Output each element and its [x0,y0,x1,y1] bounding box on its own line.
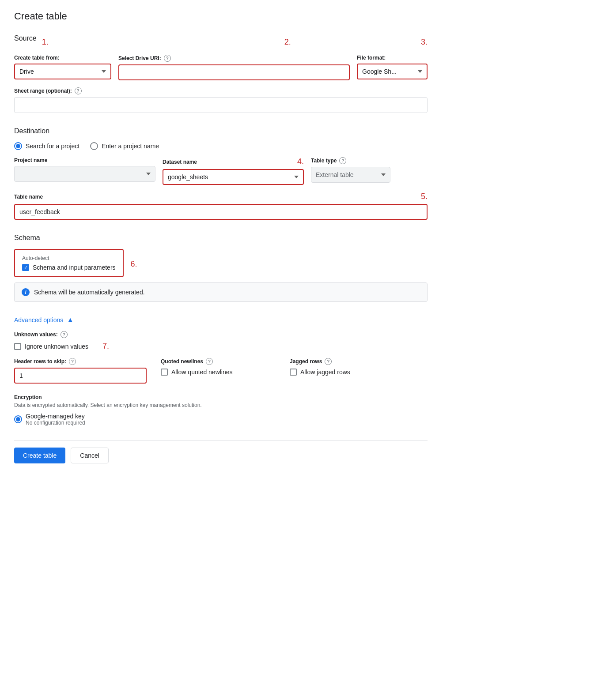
auto-detect-label: Auto-detect [22,255,116,261]
unknown-values-section: Unknown values: ? Ignore unknown values … [14,331,428,351]
file-format-text: File format: [357,55,386,61]
table-name-input[interactable] [14,204,428,220]
step2-label: 2. [284,38,291,47]
schema-checkbox[interactable]: ✓ [22,264,29,271]
table-name-row: Table name 5. [14,192,428,220]
drive-uri-input[interactable] [118,64,350,80]
source-row: Create table from: Drive Select Drive UR… [14,55,428,80]
drive-uri-col: Select Drive URI: ? [118,55,350,80]
dataset-name-text: Dataset name [163,159,197,165]
jagged-rows-help-icon[interactable]: ? [325,358,332,365]
checkmark-icon: ✓ [24,265,28,270]
info-icon: i [22,288,30,296]
radio-enter-label: Enter a project name [102,143,159,150]
advanced-options-toggle[interactable]: Advanced options ▲ [14,316,428,324]
project-name-select[interactable] [14,166,155,182]
source-section-title: Source [14,34,37,42]
table-type-help-icon[interactable]: ? [339,157,346,164]
jagged-rows-checkbox[interactable] [290,369,297,376]
encryption-description: Data is encrypted automatically. Select … [14,402,428,408]
header-rows-text: Header rows to skip: [14,358,66,365]
sheet-range-help-icon[interactable]: ? [75,87,82,94]
sheet-range-label: Sheet range (optional): ? [14,87,428,94]
jagged-rows-col: Jagged rows ? Allow jagged rows [290,358,428,376]
radio-enter-circle [90,142,98,150]
table-type-select[interactable]: External table [311,167,390,183]
unknown-values-checkbox-label: Ignore unknown values [25,343,88,350]
jagged-rows-checkbox-row[interactable]: Allow jagged rows [290,369,428,376]
drive-uri-help-icon[interactable]: ? [164,55,171,62]
header-rows-input[interactable] [14,368,147,384]
encryption-option-text: Google-managed key No configuration requ… [26,413,85,426]
header-rows-label: Header rows to skip: ? [14,358,76,365]
destination-radio-group: Search for a project Enter a project nam… [14,142,428,150]
encryption-radio-option[interactable]: Google-managed key No configuration requ… [14,413,428,426]
schema-section: Schema Auto-detect ✓ Schema and input pa… [14,234,428,302]
encryption-option-label: Google-managed key [26,413,85,420]
create-table-from-select[interactable]: Drive [14,64,111,79]
encryption-option-sub: No configuration required [26,420,85,426]
jagged-rows-label: Jagged rows ? [290,358,428,365]
quoted-newlines-checkbox[interactable] [161,369,168,376]
schema-info-text: Schema will be automatically generated. [34,289,145,296]
jagged-rows-text: Jagged rows [290,358,322,365]
drive-uri-label: Select Drive URI: ? [118,55,350,62]
step3-label: 3. [421,38,428,47]
header-rows-help-icon[interactable]: ? [69,358,76,365]
dataset-name-select[interactable]: google_sheets [163,169,304,185]
encryption-section: Encryption Data is encrypted automatical… [14,394,428,426]
project-name-text: Project name [14,157,47,163]
schema-checkbox-label: Schema and input parameters [33,264,116,271]
quoted-newlines-label: Quoted newlines ? [161,358,276,365]
quoted-newlines-help-icon[interactable]: ? [206,358,213,365]
dataset-name-label: Dataset name [163,159,197,165]
destination-section: Destination Search for a project Enter a… [14,127,428,220]
project-name-col: Project name [14,157,155,182]
radio-search-label: Search for a project [26,143,79,150]
step4-label: 4. [297,157,304,166]
step5-label: 5. [421,192,428,201]
step1-label: 1. [42,38,49,47]
dataset-name-col: Dataset name 4. google_sheets [163,157,304,185]
project-name-label: Project name [14,157,155,163]
step6-label: 6. [131,260,137,269]
unknown-values-text: Unknown values: [14,331,58,338]
unknown-values-label: Unknown values: ? [14,331,428,338]
cancel-button[interactable]: Cancel [71,448,109,463]
header-rows-col: Header rows to skip: ? [14,358,147,384]
create-table-button[interactable]: Create table [14,448,65,463]
jagged-rows-checkbox-label: Allow jagged rows [300,369,350,376]
unknown-values-help-icon[interactable]: ? [61,331,68,338]
button-row: Create table Cancel [14,440,428,463]
table-type-label: Table type ? [311,157,390,164]
chevron-up-icon: ▲ [67,316,74,324]
schema-section-title: Schema [14,234,428,242]
advanced-title-text: Advanced options [14,316,63,324]
file-format-label: File format: [357,55,428,61]
create-table-from-col: Create table from: Drive [14,55,111,79]
quoted-newlines-text: Quoted newlines [161,358,203,365]
radio-enter-project[interactable]: Enter a project name [90,142,159,150]
table-name-label: Table name [14,194,43,200]
page-title: Create table [14,11,428,22]
unknown-values-checkbox-row[interactable]: Ignore unknown values [14,343,88,350]
file-format-select[interactable]: Google Sh... [357,64,428,79]
file-format-col: File format: Google Sh... [357,55,428,79]
unknown-values-checkbox[interactable] [14,343,21,350]
create-table-from-label: Create table from: [14,55,111,61]
table-type-text: Table type [311,158,337,164]
schema-info-banner: i Schema will be automatically generated… [14,282,428,302]
schema-auto-detect-box: Auto-detect ✓ Schema and input parameter… [14,249,124,277]
sheet-range-input[interactable] [14,97,428,113]
schema-checkbox-row[interactable]: ✓ Schema and input parameters [22,264,116,271]
table-name-text: Table name [14,194,43,200]
encryption-title: Encryption [14,394,428,400]
destination-section-title: Destination [14,127,428,135]
sheet-range-row: Sheet range (optional): ? [14,87,428,113]
radio-search-project[interactable]: Search for a project [14,142,79,150]
table-type-col: Table type ? External table [311,157,390,183]
create-from-text: Create table from: [14,55,60,61]
quoted-newlines-checkbox-row[interactable]: Allow quoted newlines [161,369,276,376]
radio-search-circle [14,142,22,150]
source-section: Source 1. 2. 3. Create table from: Drive… [14,34,428,113]
